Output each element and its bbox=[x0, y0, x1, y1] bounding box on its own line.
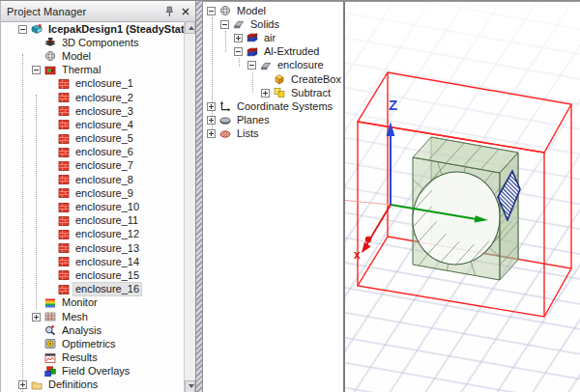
tree-item-label: Model bbox=[60, 50, 93, 63]
solids-wedge-icon bbox=[233, 18, 246, 30]
expander-slot bbox=[207, 100, 219, 112]
tree-item-createbox[interactable]: CreateBox bbox=[203, 72, 343, 86]
coordinate-systems-icon bbox=[219, 100, 232, 112]
expander-slot bbox=[207, 115, 219, 126]
tree-item-enclosure-2[interactable]: enclosure_2 bbox=[1, 91, 184, 104]
mesh-grid-icon bbox=[44, 311, 57, 322]
tree-item-model[interactable]: Model bbox=[203, 4, 343, 17]
tree-item-icepakdesign1-steadystate[interactable]: IcepakDesign1 (SteadyState)* bbox=[1, 22, 184, 36]
tree-item-enclosure-16[interactable]: enclosure_16 bbox=[1, 283, 184, 296]
tree-item-enclosure-14[interactable]: enclosure_14 bbox=[1, 255, 184, 268]
tree-item-label: enclosure_12 bbox=[73, 228, 141, 240]
tree-item-enclosure[interactable]: enclosure bbox=[203, 59, 343, 72]
tree-item-model[interactable]: Model bbox=[1, 49, 184, 63]
tree-item-enclosure-6[interactable]: enclosure_6 bbox=[1, 146, 184, 159]
tree-item-label: air bbox=[262, 32, 277, 44]
tree-item-definitions[interactable]: Definitions bbox=[1, 378, 184, 392]
collapse-minus-icon[interactable] bbox=[32, 66, 41, 74]
tree-item-label: enclosure_9 bbox=[73, 187, 135, 200]
expander-slot bbox=[18, 379, 31, 391]
optimetrics-gear-icon bbox=[44, 338, 57, 350]
pin-icon[interactable] bbox=[162, 4, 177, 18]
planes-disc-icon bbox=[219, 115, 232, 126]
tree-item-optimetrics[interactable]: Optimetrics bbox=[1, 337, 184, 350]
expander-slot bbox=[45, 202, 58, 213]
tree-item-enclosure-11[interactable]: enclosure_11 bbox=[1, 214, 184, 228]
tree-item-label: enclosure_13 bbox=[73, 242, 141, 255]
application-window: Project Manager IcepakDesign1 (SteadySta… bbox=[0, 0, 580, 392]
tree-item-enclosure-1[interactable]: enclosure_1 bbox=[1, 77, 184, 91]
tree-item-mesh[interactable]: Mesh bbox=[1, 310, 184, 323]
expander-slot bbox=[234, 32, 246, 43]
scroll-up-icon[interactable] bbox=[185, 21, 195, 34]
enclosure-brick-icon bbox=[58, 147, 71, 158]
tree-item-thermal[interactable]: Thermal bbox=[1, 64, 184, 77]
tree-item-analysis[interactable]: Analysis bbox=[1, 323, 184, 337]
tree-item-3d-components[interactable]: 3D Components bbox=[1, 36, 184, 49]
model-tree: ModelSolidsairAl-ExtrudedenclosureCreate… bbox=[203, 2, 343, 392]
enclosure-brick-icon bbox=[58, 160, 71, 172]
enclosure-brick-icon bbox=[58, 242, 71, 254]
project-tree-scrollbar[interactable] bbox=[184, 21, 195, 392]
tree-item-enclosure-5[interactable]: enclosure_5 bbox=[1, 132, 184, 146]
expand-plus-icon[interactable] bbox=[207, 129, 216, 138]
tree-item-label: Field Overlays bbox=[60, 365, 131, 378]
tree-item-enclosure-13[interactable]: enclosure_13 bbox=[1, 241, 184, 255]
tree-item-planes[interactable]: Planes bbox=[203, 114, 343, 127]
tree-item-al-extruded[interactable]: Al-Extruded bbox=[203, 45, 343, 59]
tree-item-enclosure-9[interactable]: enclosure_9 bbox=[1, 186, 184, 200]
components-stack-icon bbox=[44, 37, 57, 48]
expand-plus-icon[interactable] bbox=[234, 34, 243, 42]
tree-item-solids[interactable]: Solids bbox=[203, 17, 343, 31]
tree-item-label: enclosure_11 bbox=[73, 214, 140, 227]
tree-item-enclosure-12[interactable]: enclosure_12 bbox=[1, 228, 184, 241]
tree-item-label: Results bbox=[60, 351, 100, 364]
collapse-minus-icon[interactable] bbox=[234, 47, 243, 56]
3d-viewport[interactable]: Z x bbox=[343, 1, 580, 392]
tree-item-subtract[interactable]: Subtract bbox=[203, 86, 343, 99]
panel-title: Project Manager bbox=[7, 6, 161, 17]
tree-item-label: enclosure_14 bbox=[73, 256, 141, 268]
tree-item-results[interactable]: Results bbox=[1, 351, 184, 365]
enclosure-brick-icon bbox=[58, 202, 71, 213]
expander-slot bbox=[207, 128, 219, 140]
tree-item-enclosure-7[interactable]: enclosure_7 bbox=[1, 159, 184, 173]
tree-item-enclosure-15[interactable]: enclosure_15 bbox=[1, 268, 184, 282]
tree-item-air[interactable]: air bbox=[203, 31, 343, 44]
expander-slot bbox=[45, 78, 58, 90]
collapse-minus-icon[interactable] bbox=[247, 61, 256, 70]
collapse-minus-icon[interactable] bbox=[220, 20, 229, 29]
tree-item-enclosure-3[interactable]: enclosure_3 bbox=[1, 104, 184, 118]
enclosure-brick-icon bbox=[58, 229, 71, 240]
model-tree-panel: ModelSolidsairAl-ExtrudedenclosureCreate… bbox=[203, 1, 343, 392]
expand-plus-icon[interactable] bbox=[18, 380, 27, 389]
expander-slot bbox=[18, 23, 31, 35]
tree-item-label: Lists bbox=[235, 127, 261, 140]
tree-item-label: Model bbox=[235, 5, 268, 17]
expand-plus-icon[interactable] bbox=[207, 116, 216, 125]
expander-slot bbox=[45, 119, 58, 130]
tree-item-field-overlays[interactable]: Field Overlays bbox=[1, 365, 184, 378]
3d-scene: Z x bbox=[345, 2, 580, 392]
collapse-minus-icon[interactable] bbox=[207, 7, 216, 15]
tree-item-label: Coordinate Systems bbox=[235, 100, 334, 113]
tree-item-coordinate-systems[interactable]: Coordinate Systems bbox=[203, 99, 343, 113]
tree-item-label: Definitions bbox=[46, 378, 100, 391]
tree-item-enclosure-8[interactable]: enclosure_8 bbox=[1, 173, 184, 186]
expand-plus-icon[interactable] bbox=[32, 313, 41, 322]
scroll-down-icon[interactable] bbox=[185, 380, 195, 392]
close-icon[interactable] bbox=[178, 4, 192, 18]
tree-item-label: enclosure_3 bbox=[73, 105, 135, 118]
tree-item-label: 3D Components bbox=[60, 37, 141, 49]
panel-splitter[interactable] bbox=[195, 1, 203, 392]
tree-item-monitor[interactable]: Monitor bbox=[1, 296, 184, 310]
model-atom-icon bbox=[219, 5, 232, 16]
z-axis-label: Z bbox=[389, 97, 397, 113]
expand-plus-icon[interactable] bbox=[207, 102, 216, 111]
enclosure-brick-icon bbox=[58, 187, 71, 199]
tree-item-enclosure-10[interactable]: enclosure_10 bbox=[1, 200, 184, 213]
tree-item-enclosure-4[interactable]: enclosure_4 bbox=[1, 118, 184, 131]
expand-plus-icon[interactable] bbox=[261, 89, 270, 98]
tree-item-lists[interactable]: Lists bbox=[203, 127, 343, 141]
collapse-minus-icon[interactable] bbox=[18, 25, 27, 34]
